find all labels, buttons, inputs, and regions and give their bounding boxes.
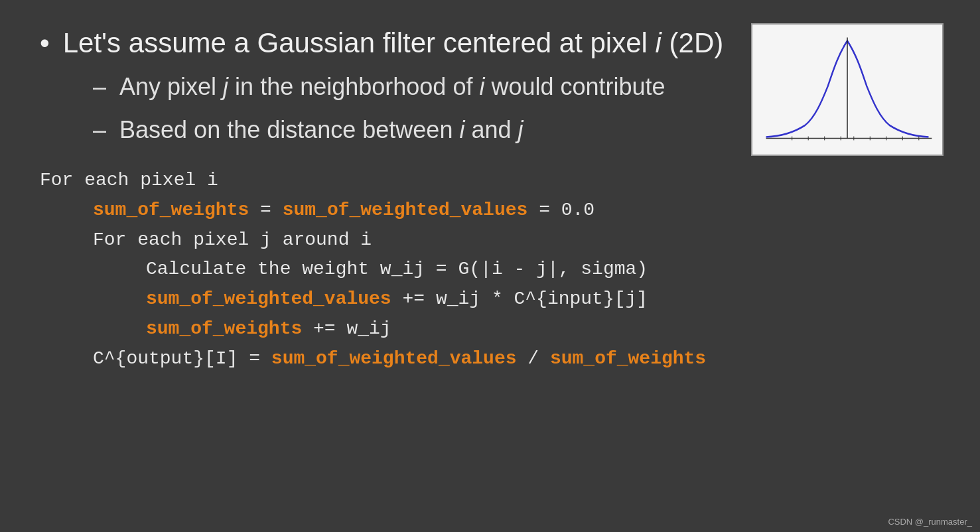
sub-dash-1: –: [93, 72, 106, 103]
sub-dash-2: –: [93, 115, 106, 146]
sub2-italic2: j: [518, 116, 523, 143]
sub1-italic1: j: [223, 73, 228, 100]
sub-bullet-2-text: Based on the distance between i and j: [119, 115, 523, 146]
sub-bullet-1-text: Any pixel j in the neighborhood of i wou…: [119, 72, 665, 103]
main-bullet-suffix: (2D): [662, 27, 723, 58]
bullet-dot: •: [40, 27, 50, 60]
sub-bullets: – Any pixel j in the neighborhood of i w…: [93, 72, 940, 146]
code-line-5: sum_of_weighted_values += w_ij * C^{inpu…: [40, 285, 940, 314]
slide-container: • Let's assume a Gaussian filter centere…: [0, 0, 980, 532]
code-line-6: sum_of_weights += w_ij: [40, 314, 940, 344]
code-line-7: C^{output}[I] = sum_of_weighted_values /…: [40, 344, 940, 374]
code-line-1: For each pixel i: [40, 166, 940, 196]
code-line-4: Calculate the weight w_ij = G(|i - j|, s…: [40, 255, 940, 285]
watermark: CSDN @_runmaster_: [888, 517, 972, 527]
main-bullet-text: Let's assume a Gaussian filter centered …: [63, 27, 940, 60]
main-bullet-italic: i: [656, 27, 662, 58]
main-bullet: • Let's assume a Gaussian filter centere…: [40, 27, 940, 60]
sub1-prefix: Any pixel: [119, 73, 223, 100]
sub1-suffix: would contribute: [484, 73, 665, 100]
sub2-prefix: Based on the distance between: [119, 116, 459, 143]
main-bullet-prefix: Let's assume a Gaussian filter centered …: [63, 27, 656, 58]
bullet-section: • Let's assume a Gaussian filter centere…: [40, 27, 940, 146]
sub1-middle: in the neighborhood of: [228, 73, 479, 100]
code-section: For each pixel i sum_of_weights = sum_of…: [40, 166, 940, 374]
sub-bullet-1: – Any pixel j in the neighborhood of i w…: [93, 72, 940, 103]
sub-bullet-2: – Based on the distance between i and j: [93, 115, 940, 146]
code-line-2: sum_of_weights = sum_of_weighted_values …: [40, 196, 940, 226]
sub2-middle: and: [464, 116, 518, 143]
code-line-3: For each pixel j around i: [40, 226, 940, 255]
